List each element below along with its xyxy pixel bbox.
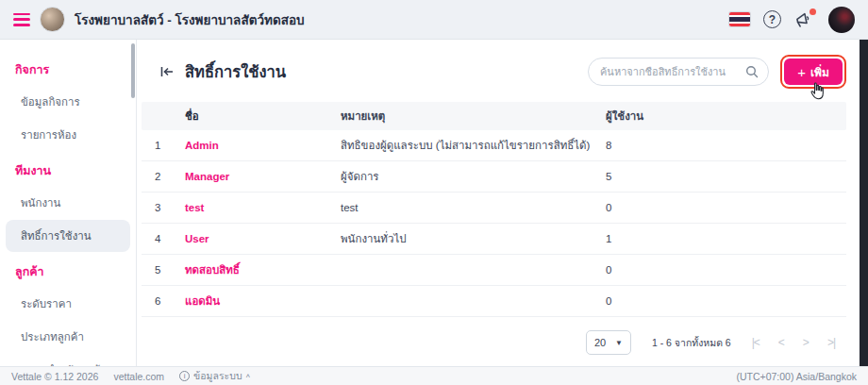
user-avatar[interactable] [828,7,855,33]
help-icon[interactable]: ? [763,10,781,28]
row-note-cell: พนักงานทั่วไป [341,230,606,247]
sidebar-item[interactable]: สิทธิ์การใช้งาน [6,220,130,252]
row-users-cell: 8 [606,140,846,151]
row-name-cell: Manager [185,171,341,182]
add-button-label: เพิ่ม [810,63,829,81]
row-users-cell: 0 [606,295,846,307]
clinic-logo-avatar [40,7,65,32]
permission-name-link[interactable]: ทดสอบสิทธิ์ [185,264,240,276]
row-users-cell: 0 [606,264,846,276]
table-row: 1Adminสิทธิของผู้ดูแลระบบ (ไม่สามารถแก้ไ… [142,130,846,161]
table-row: 5ทดสอบสิทธิ์0 [142,255,846,286]
add-button-click-highlight: + เพิ่ม [780,55,846,89]
collapse-sidebar-icon[interactable] [159,63,175,80]
col-header-users: ผู้ใช้งาน [606,108,846,125]
chevron-down-icon: ▼ [615,339,623,347]
pagination: 20 ▼ 1 - 6 จากทั้งหมด 6 |< < > >| [138,317,860,355]
search-box [588,58,769,86]
right-dark-scrollbar-strip[interactable] [860,40,868,366]
announcements-megaphone-icon[interactable] [794,10,815,29]
row-users-cell: 5 [606,171,846,182]
sidebar-section-label: ทีมงาน [0,152,136,186]
menu-hamburger-icon[interactable] [13,13,30,26]
pagination-range-text: 1 - 6 จากทั้งหมด 6 [652,335,731,351]
permission-name-link[interactable]: Admin [185,140,219,151]
top-bar: โรงพยาบาลสัตว์ - โรงพยาบาลสัตว์ทดสอบ ? [0,0,868,40]
permission-name-link[interactable]: Manager [185,171,229,182]
sidebar-item[interactable]: ภาษาสำหรับลูกค้า [6,354,130,366]
sidebar-item[interactable]: ระดับราคา [6,288,130,320]
row-number: 2 [142,171,185,182]
row-number: 3 [142,202,185,213]
row-number: 5 [142,264,185,276]
row-name-cell: test [185,202,341,213]
mouse-cursor-hand [808,81,826,102]
row-note-cell: ผู้จัดการ [341,168,606,185]
row-number: 6 [142,295,185,307]
sidebar-section-label: กิจการ [0,51,136,85]
language-flag-thailand-icon[interactable] [729,12,750,26]
table-row: 3testtest0 [142,192,846,224]
page-size-select[interactable]: 20 ▼ [586,330,631,355]
permission-name-link[interactable]: test [185,202,204,213]
next-page-icon[interactable]: > [803,336,809,349]
footer-timezone: (UTC+07:00) Asia/Bangkok [736,371,857,382]
footer-bar: Vettale © 1.12 2026 vettale.com i ข้อมูล… [0,366,868,385]
row-note-cell: สิทธิของผู้ดูแลระบบ (ไม่สามารถแก้ไขรายกา… [341,137,606,154]
system-info-toggle[interactable]: i ข้อมูลระบบ ˄ [179,368,250,384]
page-title: สิทธิ์การใช้งาน [185,59,286,84]
sidebar-nav: กิจการข้อมูลกิจการรายการห้องทีมงานพนักงา… [0,40,137,366]
sidebar-item[interactable]: ประเภทลูกค้า [6,321,130,353]
sidebar-item[interactable]: พนักงาน [6,187,130,219]
permission-name-link[interactable]: แอดมิน [185,295,220,307]
sidebar-scrollbar-thumb[interactable] [131,43,135,98]
sidebar-section-label: ลูกค้า [0,253,136,287]
table-row: 6แอดมิน0 [142,286,846,317]
table-row: 2Managerผู้จัดการ5 [142,161,846,192]
permission-name-link[interactable]: User [185,233,209,244]
col-header-note: หมายเหตุ [341,108,606,125]
row-users-cell: 0 [606,202,846,213]
prev-page-icon[interactable]: < [778,336,784,349]
row-number: 1 [142,140,185,151]
notification-dot [810,8,816,15]
permissions-table: ชื่อ หมายเหตุ ผู้ใช้งาน 1Adminสิทธิของผู… [142,102,846,317]
row-name-cell: แอดมิน [185,293,341,310]
row-name-cell: User [185,233,341,244]
first-page-icon[interactable]: |< [752,336,760,349]
footer-copyright: Vettale © 1.12 2026 [11,371,98,382]
info-icon: i [179,371,190,381]
main-content: สิทธิ์การใช้งาน + เพิ่ม ชื่อ หมา [138,40,860,366]
plus-icon: + [797,65,806,79]
last-page-icon[interactable]: >| [827,336,835,349]
table-row: 4Userพนักงานทั่วไป1 [142,224,846,255]
table-header-row: ชื่อ หมายเหตุ ผู้ใช้งาน [142,102,846,130]
footer-site-link[interactable]: vettale.com [113,371,164,382]
sidebar-item[interactable]: รายการห้อง [6,119,130,151]
app-title: โรงพยาบาลสัตว์ - โรงพยาบาลสัตว์ทดสอบ [75,9,305,30]
sidebar-item[interactable]: ข้อมูลกิจการ [6,86,130,118]
row-name-cell: Admin [185,140,341,151]
search-icon [745,65,759,78]
row-name-cell: ทดสอบสิทธิ์ [185,261,341,278]
search-input[interactable] [600,66,740,77]
row-number: 4 [142,233,185,244]
row-users-cell: 1 [606,233,846,244]
row-note-cell: test [341,202,606,213]
chevron-up-icon: ˄ [246,372,251,380]
col-header-name: ชื่อ [185,108,341,125]
